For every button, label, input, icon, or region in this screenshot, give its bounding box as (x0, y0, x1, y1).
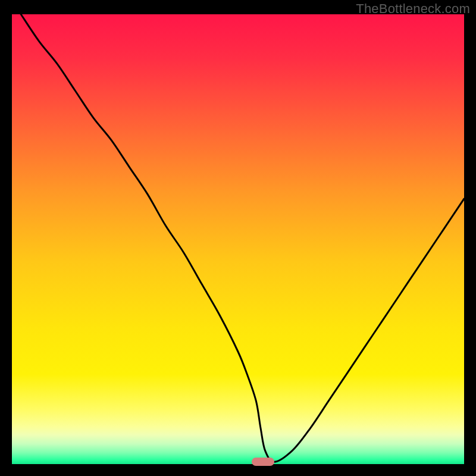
plot-area (12, 14, 464, 464)
gradient-rect (12, 14, 464, 464)
minimum-marker (252, 458, 274, 466)
watermark-text: TheBottleneck.com (356, 1, 470, 17)
chart-frame: TheBottleneck.com (0, 0, 476, 476)
background-gradient (12, 14, 464, 464)
